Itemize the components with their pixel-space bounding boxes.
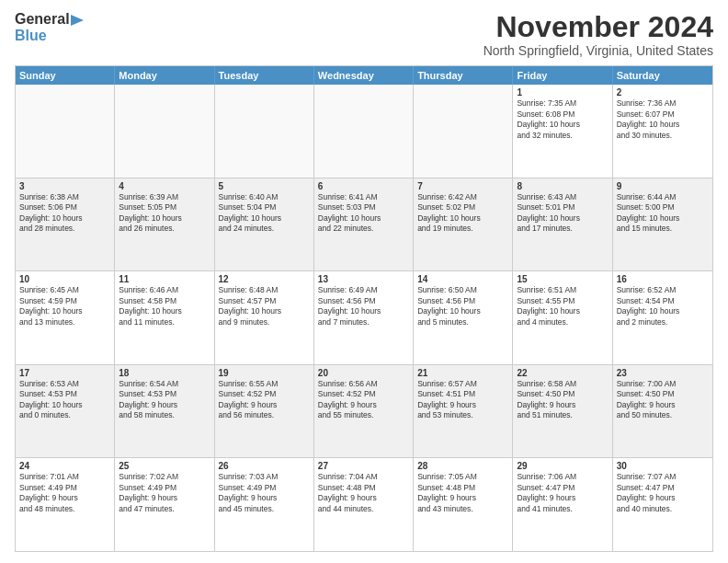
cal-cell-0-4 <box>414 85 513 178</box>
cell-info: Sunrise: 6:44 AMSunset: 5:00 PMDaylight:… <box>617 192 709 235</box>
cal-cell-3-1: 18Sunrise: 6:54 AMSunset: 4:53 PMDayligh… <box>115 365 214 458</box>
day-number: 11 <box>119 274 210 284</box>
cell-info: Sunrise: 6:50 AMSunset: 4:56 PMDaylight:… <box>417 285 508 327</box>
cell-info: Sunrise: 6:53 AMSunset: 4:53 PMDaylight:… <box>19 379 110 421</box>
calendar-row-1: 3Sunrise: 6:38 AMSunset: 5:06 PMDaylight… <box>16 178 712 272</box>
cal-cell-4-2: 26Sunrise: 7:03 AMSunset: 4:49 PMDayligh… <box>215 458 314 551</box>
cell-info: Sunrise: 6:45 AMSunset: 4:59 PMDaylight:… <box>19 285 110 327</box>
day-number: 9 <box>617 181 709 191</box>
cell-info: Sunrise: 7:01 AMSunset: 4:49 PMDaylight:… <box>19 472 110 514</box>
cell-info: Sunrise: 6:42 AMSunset: 5:02 PMDaylight:… <box>417 192 508 235</box>
calendar-body: 1Sunrise: 7:35 AMSunset: 6:08 PMDaylight… <box>16 85 712 551</box>
day-number: 24 <box>19 461 110 471</box>
cal-cell-1-0: 3Sunrise: 6:38 AMSunset: 5:06 PMDaylight… <box>16 178 115 271</box>
cal-cell-0-0 <box>16 85 115 178</box>
logo: General Blue <box>15 11 84 43</box>
header-cell-tuesday: Tuesday <box>215 66 314 85</box>
cal-cell-4-6: 30Sunrise: 7:07 AMSunset: 4:47 PMDayligh… <box>613 458 712 551</box>
day-number: 13 <box>318 274 409 284</box>
cal-cell-4-1: 25Sunrise: 7:02 AMSunset: 4:49 PMDayligh… <box>115 458 214 551</box>
cell-info: Sunrise: 6:46 AMSunset: 4:58 PMDaylight:… <box>119 285 210 327</box>
day-number: 20 <box>318 368 409 378</box>
cal-cell-1-4: 7Sunrise: 6:42 AMSunset: 5:02 PMDaylight… <box>414 178 513 271</box>
day-number: 14 <box>417 274 508 284</box>
cell-info: Sunrise: 6:41 AMSunset: 5:03 PMDaylight:… <box>318 192 409 235</box>
cal-cell-1-6: 9Sunrise: 6:44 AMSunset: 5:00 PMDaylight… <box>613 178 712 271</box>
calendar: SundayMondayTuesdayWednesdayThursdayFrid… <box>15 65 713 552</box>
cell-info: Sunrise: 7:36 AMSunset: 6:07 PMDaylight:… <box>617 98 709 141</box>
cal-cell-2-3: 13Sunrise: 6:49 AMSunset: 4:56 PMDayligh… <box>314 271 414 364</box>
cal-cell-3-6: 23Sunrise: 7:00 AMSunset: 4:50 PMDayligh… <box>613 365 712 458</box>
cal-cell-4-0: 24Sunrise: 7:01 AMSunset: 4:49 PMDayligh… <box>16 458 115 551</box>
day-number: 21 <box>417 368 508 378</box>
cal-cell-0-1 <box>115 85 214 178</box>
cell-info: Sunrise: 7:02 AMSunset: 4:49 PMDaylight:… <box>119 472 210 514</box>
header-cell-saturday: Saturday <box>613 66 712 85</box>
cell-info: Sunrise: 6:49 AMSunset: 4:56 PMDaylight:… <box>318 285 409 327</box>
cal-cell-0-3 <box>314 85 414 178</box>
day-number: 30 <box>617 461 709 471</box>
cal-cell-2-5: 15Sunrise: 6:51 AMSunset: 4:55 PMDayligh… <box>513 271 612 364</box>
cell-info: Sunrise: 6:57 AMSunset: 4:51 PMDaylight:… <box>417 379 508 421</box>
cal-cell-4-4: 28Sunrise: 7:05 AMSunset: 4:48 PMDayligh… <box>414 458 513 551</box>
header-cell-wednesday: Wednesday <box>314 66 414 85</box>
cell-info: Sunrise: 7:35 AMSunset: 6:08 PMDaylight:… <box>517 98 608 141</box>
day-number: 27 <box>318 461 409 471</box>
header-cell-friday: Friday <box>513 66 612 85</box>
day-number: 28 <box>417 461 508 471</box>
cal-cell-0-6: 2Sunrise: 7:36 AMSunset: 6:07 PMDaylight… <box>613 85 712 178</box>
cal-cell-2-2: 12Sunrise: 6:48 AMSunset: 4:57 PMDayligh… <box>215 271 314 364</box>
day-number: 1 <box>517 87 608 98</box>
cal-cell-4-3: 27Sunrise: 7:04 AMSunset: 4:48 PMDayligh… <box>314 458 414 551</box>
day-number: 22 <box>517 368 608 378</box>
cell-info: Sunrise: 7:06 AMSunset: 4:47 PMDaylight:… <box>517 472 608 514</box>
cell-info: Sunrise: 6:54 AMSunset: 4:53 PMDaylight:… <box>119 379 210 421</box>
cal-cell-1-1: 4Sunrise: 6:39 AMSunset: 5:05 PMDaylight… <box>115 178 214 271</box>
cell-info: Sunrise: 6:40 AMSunset: 5:04 PMDaylight:… <box>219 192 310 235</box>
location: North Springfield, Virginia, United Stat… <box>483 43 713 58</box>
cell-info: Sunrise: 7:05 AMSunset: 4:48 PMDaylight:… <box>417 472 508 514</box>
cal-cell-0-2 <box>215 85 314 178</box>
cell-info: Sunrise: 6:43 AMSunset: 5:01 PMDaylight:… <box>517 192 608 235</box>
cal-cell-3-5: 22Sunrise: 6:58 AMSunset: 4:50 PMDayligh… <box>513 365 612 458</box>
header-cell-thursday: Thursday <box>414 66 513 85</box>
svg-marker-0 <box>71 15 84 26</box>
cell-info: Sunrise: 6:38 AMSunset: 5:06 PMDaylight:… <box>19 192 110 235</box>
calendar-header: SundayMondayTuesdayWednesdayThursdayFrid… <box>16 66 712 85</box>
cal-cell-2-0: 10Sunrise: 6:45 AMSunset: 4:59 PMDayligh… <box>16 271 115 364</box>
cell-info: Sunrise: 7:03 AMSunset: 4:49 PMDaylight:… <box>219 472 310 514</box>
day-number: 29 <box>517 461 608 471</box>
header: General Blue November 2024 North Springf… <box>15 11 713 58</box>
cell-info: Sunrise: 6:39 AMSunset: 5:05 PMDaylight:… <box>119 192 210 235</box>
day-number: 15 <box>517 274 608 284</box>
header-cell-monday: Monday <box>115 66 214 85</box>
cell-info: Sunrise: 6:51 AMSunset: 4:55 PMDaylight:… <box>517 285 608 327</box>
cal-cell-1-5: 8Sunrise: 6:43 AMSunset: 5:01 PMDaylight… <box>513 178 612 271</box>
day-number: 3 <box>19 181 110 191</box>
day-number: 26 <box>219 461 310 471</box>
day-number: 5 <box>219 181 310 191</box>
header-cell-sunday: Sunday <box>16 66 115 85</box>
cell-info: Sunrise: 6:48 AMSunset: 4:57 PMDaylight:… <box>219 285 310 327</box>
cal-cell-2-4: 14Sunrise: 6:50 AMSunset: 4:56 PMDayligh… <box>414 271 513 364</box>
month-title: November 2024 <box>483 11 713 43</box>
day-number: 8 <box>517 181 608 191</box>
cal-cell-0-5: 1Sunrise: 7:35 AMSunset: 6:08 PMDaylight… <box>513 85 612 178</box>
cell-info: Sunrise: 7:00 AMSunset: 4:50 PMDaylight:… <box>617 379 709 421</box>
cal-cell-3-2: 19Sunrise: 6:55 AMSunset: 4:52 PMDayligh… <box>215 365 314 458</box>
cal-cell-3-4: 21Sunrise: 6:57 AMSunset: 4:51 PMDayligh… <box>414 365 513 458</box>
day-number: 25 <box>119 461 210 471</box>
calendar-row-2: 10Sunrise: 6:45 AMSunset: 4:59 PMDayligh… <box>16 271 712 365</box>
calendar-row-3: 17Sunrise: 6:53 AMSunset: 4:53 PMDayligh… <box>16 365 712 459</box>
cell-info: Sunrise: 6:52 AMSunset: 4:54 PMDaylight:… <box>617 285 709 327</box>
logo-arrow-icon <box>71 13 84 28</box>
title-block: November 2024 North Springfield, Virgini… <box>483 11 713 58</box>
cal-cell-1-2: 5Sunrise: 6:40 AMSunset: 5:04 PMDaylight… <box>215 178 314 271</box>
day-number: 12 <box>219 274 310 284</box>
day-number: 23 <box>617 368 709 378</box>
cal-cell-1-3: 6Sunrise: 6:41 AMSunset: 5:03 PMDaylight… <box>314 178 414 271</box>
calendar-row-0: 1Sunrise: 7:35 AMSunset: 6:08 PMDaylight… <box>16 85 712 178</box>
cell-info: Sunrise: 6:58 AMSunset: 4:50 PMDaylight:… <box>517 379 608 421</box>
cell-info: Sunrise: 7:04 AMSunset: 4:48 PMDaylight:… <box>318 472 409 514</box>
page: General Blue November 2024 North Springf… <box>0 0 728 563</box>
